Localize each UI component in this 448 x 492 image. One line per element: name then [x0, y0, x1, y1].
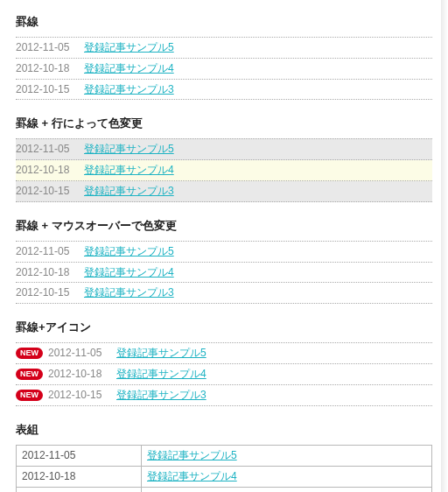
list-item: 2012-10-18 登録記事サンプル4	[16, 59, 432, 80]
table-row: 2012-10-18 登録記事サンプル4	[17, 466, 432, 487]
new-badge-icon: NEW	[16, 390, 43, 401]
new-badge-icon: NEW	[16, 348, 43, 359]
date-label: 2012-11-05	[16, 40, 84, 55]
date-label: 2012-11-05	[16, 244, 84, 259]
section-title: 罫線+アイコン	[16, 316, 432, 335]
article-link[interactable]: 登録記事サンプル4	[84, 265, 174, 280]
page: 罫線 2012-11-05 登録記事サンプル5 2012-10-18 登録記事サ…	[0, 0, 448, 492]
title-cell: 登録記事サンプル3	[142, 487, 432, 492]
list-item: 2012-10-15 登録記事サンプル3	[16, 181, 432, 202]
shadow-decoration	[441, 0, 448, 492]
table-row: 2012-11-05 登録記事サンプル5	[17, 445, 432, 466]
section-title: 表組	[16, 418, 432, 438]
date-label: 2012-10-18	[16, 265, 84, 280]
article-link[interactable]: 登録記事サンプル4	[84, 61, 174, 76]
table: 2012-11-05 登録記事サンプル5 2012-10-18 登録記事サンプル…	[16, 445, 432, 492]
list-icon: NEW 2012-11-05 登録記事サンプル5 NEW 2012-10-18 …	[16, 342, 432, 405]
article-link[interactable]: 登録記事サンプル4	[147, 470, 237, 482]
date-cell: 2012-10-18	[17, 466, 142, 487]
date-label: 2012-10-15	[16, 184, 84, 199]
section-title: 罫線 + マウスオーバーで色変更	[16, 214, 432, 234]
date-label: 2012-10-18	[48, 367, 116, 382]
list-hover: 2012-11-05 登録記事サンプル5 2012-10-18 登録記事サンプル…	[16, 241, 432, 304]
article-link[interactable]: 登録記事サンプル5	[147, 449, 237, 461]
date-label: 2012-11-05	[16, 142, 84, 157]
article-link[interactable]: 登録記事サンプル3	[84, 285, 174, 300]
date-label: 2012-10-15	[16, 285, 84, 300]
article-link[interactable]: 登録記事サンプル3	[116, 388, 206, 403]
date-cell: 2012-10-15	[17, 487, 142, 492]
article-link[interactable]: 登録記事サンプル5	[84, 142, 174, 157]
list-item[interactable]: 2012-10-15 登録記事サンプル3	[16, 283, 432, 304]
list-item: 2012-10-18 登録記事サンプル4	[16, 160, 432, 181]
section-title: 罫線 + 行によって色変更	[16, 112, 432, 131]
article-link[interactable]: 登録記事サンプル4	[116, 367, 206, 382]
list-plain: 2012-11-05 登録記事サンプル5 2012-10-18 登録記事サンプル…	[16, 37, 432, 100]
article-link[interactable]: 登録記事サンプル5	[84, 40, 174, 55]
article-link[interactable]: 登録記事サンプル3	[84, 82, 174, 97]
list-item: NEW 2012-11-05 登録記事サンプル5	[16, 342, 432, 364]
article-link[interactable]: 登録記事サンプル5	[116, 346, 206, 361]
list-item: NEW 2012-10-15 登録記事サンプル3	[16, 385, 432, 406]
list-item[interactable]: 2012-11-05 登録記事サンプル5	[16, 241, 432, 263]
article-link[interactable]: 登録記事サンプル3	[84, 184, 174, 199]
date-label: 2012-10-18	[16, 61, 84, 76]
list-item: 2012-10-15 登録記事サンプル3	[16, 80, 432, 101]
date-label: 2012-10-15	[48, 388, 116, 403]
article-link[interactable]: 登録記事サンプル4	[84, 163, 174, 178]
title-cell: 登録記事サンプル5	[142, 445, 432, 466]
list-item: NEW 2012-10-18 登録記事サンプル4	[16, 364, 432, 385]
table-row: 2012-10-15 登録記事サンプル3	[17, 487, 432, 492]
article-link[interactable]: 登録記事サンプル5	[84, 244, 174, 259]
list-striped: 2012-11-05 登録記事サンプル5 2012-10-18 登録記事サンプル…	[16, 138, 432, 201]
list-item: 2012-11-05 登録記事サンプル5	[16, 37, 432, 59]
list-item: 2012-11-05 登録記事サンプル5	[16, 138, 432, 160]
list-item[interactable]: 2012-10-18 登録記事サンプル4	[16, 263, 432, 284]
section-title: 罫線	[16, 11, 432, 30]
date-label: 2012-11-05	[48, 346, 116, 361]
date-label: 2012-10-18	[16, 163, 84, 178]
date-label: 2012-10-15	[16, 82, 84, 97]
date-cell: 2012-11-05	[17, 445, 142, 466]
new-badge-icon: NEW	[16, 369, 43, 380]
title-cell: 登録記事サンプル4	[142, 466, 432, 487]
